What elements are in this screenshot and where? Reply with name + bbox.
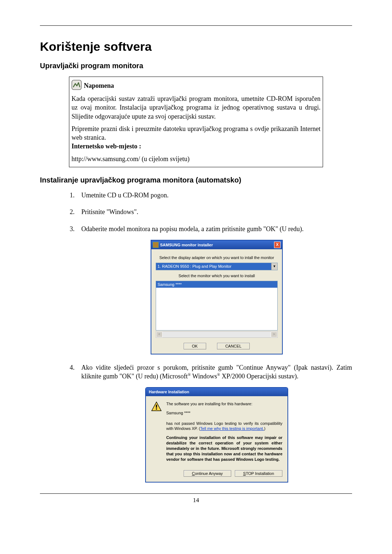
installer-figure: SAMSUNG monitor installer X Select the d… (81, 240, 352, 354)
step-4: Ako vidite sljedeći prozor s porukom, pr… (76, 363, 352, 483)
adapter-dropdown-value: 1. RADEON 9550 : Plug and Play Monitor (156, 263, 271, 270)
installer-dialog: SAMSUNG monitor installer X Select the d… (151, 240, 283, 354)
scroll-track[interactable] (163, 332, 271, 337)
warning-icon (151, 401, 162, 466)
chevron-down-icon[interactable]: ▼ (271, 263, 277, 270)
hw-titlebar: Hardware Installation (146, 388, 287, 396)
step-2: Pritisnite "Windows". (76, 208, 352, 216)
installer-instruction-2: Select the monitor which you want to ins… (156, 273, 278, 279)
note-paragraph-2: Pripremite prazni disk i preuzmite datot… (72, 124, 320, 142)
hw-compat-b: ) (264, 426, 265, 431)
hardware-installation-dialog: Hardware Installation The software you a… (145, 387, 288, 482)
top-rule (40, 25, 352, 26)
hw-warning-text: Continuing your installation of this sof… (166, 435, 282, 462)
ok-button[interactable]: OK (184, 343, 206, 349)
monitor-list-item[interactable]: Samsung **** (156, 281, 277, 288)
stop-installation-button[interactable]: STOP Installation (235, 470, 282, 477)
page-title: Korištenje softvera (40, 40, 352, 54)
reg-mark-1: ® (188, 372, 191, 377)
installer-app-icon (153, 242, 159, 248)
hw-compat: has not passed Windows Logo testing to v… (166, 421, 282, 432)
note-icon (72, 80, 82, 91)
cancel-button[interactable]: CANCEL (217, 343, 250, 349)
installer-instruction-1: Select the display adapter on which you … (156, 255, 278, 260)
installer-titlebar: SAMSUNG monitor installer X (151, 241, 282, 249)
adapter-dropdown[interactable]: 1. RADEON 9550 : Plug and Play Monitor ▼ (156, 263, 278, 270)
note-title: Napomena (84, 82, 114, 90)
hw-product: Samsung **** (166, 410, 282, 416)
step-4-text-c: XP/2000 Operacijski sustav). (220, 373, 298, 380)
section-driver-heading: Upravljački program monitora (40, 62, 352, 70)
svg-rect-1 (156, 405, 157, 407)
hardware-warning-figure: Hardware Installation The software you a… (81, 387, 352, 482)
note-site-label: Internetsko web-mjesto : (72, 142, 320, 151)
note-paragraph-1: Kada operacijski sustav zatraži upravlja… (72, 94, 320, 121)
step-4-text-b: Windows (191, 373, 217, 380)
hw-compat-link[interactable]: Tell me why this testing is important. (200, 426, 264, 431)
installer-title: SAMSUNG monitor installer (160, 242, 213, 248)
scroll-right-icon[interactable]: > (271, 332, 277, 337)
page-number: 14 (40, 497, 352, 504)
step-1: Umetnite CD u CD-ROM pogon. (76, 191, 352, 200)
scroll-left-icon[interactable]: < (156, 332, 163, 337)
note-site-url: http://www.samsung.com/ (u cijelom svije… (72, 155, 320, 163)
install-steps: Umetnite CD u CD-ROM pogon. Pritisnite "… (76, 191, 352, 482)
close-button[interactable]: X (274, 242, 281, 248)
step-3: Odaberite model monitora na popisu model… (76, 225, 352, 354)
svg-rect-2 (156, 409, 157, 410)
bottom-rule (40, 493, 352, 494)
listbox-scrollbar[interactable]: < > (156, 331, 278, 338)
step-3-text: Odaberite model monitora na popisu model… (81, 225, 304, 233)
continue-anyway-button[interactable]: Continue Anyway (184, 470, 231, 477)
note-box: Napomena Kada operacijski sustav zatraži… (69, 77, 323, 167)
hw-line-1: The software you are installing for this… (166, 401, 282, 407)
section-install-heading: Instaliranje upravljačkog programa monit… (40, 176, 352, 184)
monitor-listbox[interactable]: Samsung **** (156, 281, 278, 331)
